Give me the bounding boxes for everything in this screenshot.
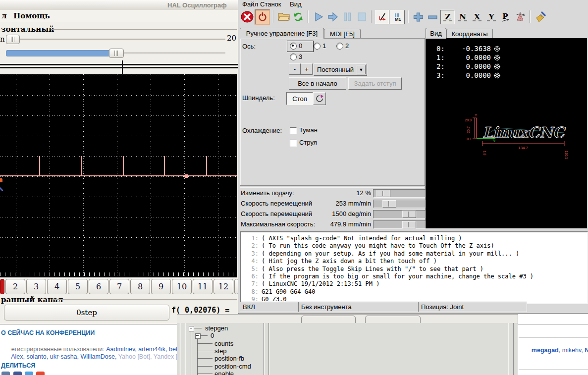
scrollbar-groove[interactable] bbox=[185, 323, 185, 375]
record-position-marker[interactable] bbox=[122, 60, 123, 74]
channel-button-1-partial[interactable] bbox=[0, 279, 4, 294]
max-speed-slider[interactable] bbox=[373, 220, 426, 229]
user-link[interactable]: Night bbox=[585, 347, 588, 354]
channel-button-5[interactable]: 5 bbox=[68, 279, 88, 294]
view-y-button[interactable]: Y bbox=[484, 10, 498, 24]
pane-divider[interactable] bbox=[264, 323, 264, 375]
channel-button-8[interactable]: 8 bbox=[130, 279, 150, 294]
channel-button-4[interactable]: 4 bbox=[47, 279, 67, 294]
tab-preview[interactable]: Вид bbox=[426, 28, 446, 39]
selected-channel-button[interactable]: 0step bbox=[4, 305, 169, 321]
angular-speed-thumb[interactable] bbox=[402, 211, 416, 218]
channel-button-6[interactable]: 6 bbox=[89, 279, 108, 294]
gcode-line[interactable]: 7:( LinuxCNC 19/1/2012 2:13:51 PM ) bbox=[241, 280, 587, 288]
view-perspective-button[interactable]: P bbox=[499, 10, 512, 24]
channel-button-2[interactable]: 2 bbox=[5, 279, 25, 294]
menu-help[interactable]: Помощь bbox=[13, 11, 50, 20]
tree-expander[interactable] bbox=[195, 333, 201, 339]
jog-speed-thumb[interactable] bbox=[382, 200, 396, 208]
skip-lines-button[interactable] bbox=[375, 10, 389, 24]
pane-divider[interactable] bbox=[268, 323, 269, 375]
scrollbar-groove[interactable] bbox=[180, 323, 180, 375]
optional-pause-button[interactable]: M1 bbox=[390, 10, 405, 24]
preview-canvas[interactable]: 0:-0.3638 1:0.0000 2:0.0000 3:0.0000 Y bbox=[426, 38, 587, 228]
pane-divider[interactable] bbox=[508, 323, 508, 375]
tab-manual-control[interactable]: Ручное управление [F3] bbox=[240, 28, 324, 39]
halscope-titlebar[interactable]: HAL Осциллограф bbox=[0, 0, 238, 10]
user-link[interactable]: , mikehv, bbox=[559, 347, 585, 354]
user-link[interactable]: Alex, bbox=[11, 353, 26, 360]
scope-display[interactable] bbox=[0, 74, 237, 277]
menu-file-partial[interactable]: л bbox=[1, 11, 7, 20]
tree-pin-position-fb[interactable]: position-fb bbox=[214, 355, 244, 362]
bot-link[interactable]: Yahoo [Bot], bbox=[118, 353, 154, 360]
rotate-view-button[interactable] bbox=[513, 10, 527, 24]
axis-radio-3[interactable] bbox=[290, 54, 297, 60]
view-z-rotated-button[interactable]: N bbox=[456, 10, 469, 24]
machine-power-button[interactable] bbox=[255, 9, 270, 25]
run-button[interactable] bbox=[312, 10, 325, 24]
home-all-button[interactable]: Все в начало bbox=[289, 77, 346, 90]
estop-button[interactable] bbox=[240, 10, 254, 24]
channel-button-9[interactable]: 9 bbox=[151, 279, 171, 294]
tree-pin-position-cmd[interactable]: position-cmd bbox=[214, 363, 251, 370]
jog-speed-slider[interactable] bbox=[373, 200, 426, 208]
angular-speed-slider[interactable] bbox=[373, 210, 426, 218]
reload-button[interactable] bbox=[291, 10, 305, 24]
zoom-in-button[interactable] bbox=[412, 10, 425, 24]
zoom-slider-thumb[interactable] bbox=[6, 35, 20, 44]
feed-override-slider[interactable] bbox=[373, 189, 426, 198]
flood-checkbox[interactable] bbox=[290, 140, 297, 147]
pos-slider-track[interactable] bbox=[124, 53, 225, 54]
tree-pin-step[interactable]: step bbox=[214, 347, 227, 355]
yandex-share-icon[interactable] bbox=[36, 372, 45, 375]
axis-radio-0[interactable] bbox=[290, 43, 297, 50]
jog-minus-button[interactable]: - bbox=[289, 63, 301, 75]
gcode-line[interactable]: 2:( To run this code anyway you might ha… bbox=[241, 242, 587, 250]
open-file-button[interactable] bbox=[277, 10, 290, 24]
channel-button-12[interactable]: 12 bbox=[214, 279, 233, 294]
tree-pin-enable[interactable]: enable bbox=[214, 370, 234, 375]
gcode-line[interactable]: 3:( depending on your setup. As if you h… bbox=[241, 250, 587, 258]
gcode-listing[interactable]: 1:( AXIS "splash g-code" Not intended fo… bbox=[240, 231, 588, 304]
menu-machine[interactable]: Станок bbox=[258, 0, 283, 8]
axis-radio-1[interactable] bbox=[314, 43, 321, 50]
pause-button[interactable] bbox=[340, 10, 354, 24]
tab-mdi[interactable]: MDI [F5] bbox=[324, 29, 361, 39]
tree-expander[interactable] bbox=[189, 326, 194, 331]
gcode-line[interactable]: 8:G21 G90 G64 G40 bbox=[241, 288, 587, 296]
stop-button[interactable] bbox=[355, 10, 368, 24]
tree-pin-counts[interactable]: counts bbox=[214, 340, 233, 347]
zoom-slider-track[interactable] bbox=[19, 39, 225, 40]
jog-plus-button[interactable]: + bbox=[301, 63, 313, 75]
gcode-line[interactable]: 4:( Hint jog the Z axis down a bit then … bbox=[241, 258, 587, 265]
user-link[interactable]: WilliamDose, bbox=[81, 353, 118, 360]
menu-view[interactable]: Вид bbox=[288, 0, 304, 8]
feed-override-thumb[interactable] bbox=[376, 190, 390, 197]
view-x-button[interactable]: X bbox=[470, 10, 483, 24]
tab-dro[interactable]: Координаты bbox=[446, 29, 493, 39]
zoom-out-button[interactable] bbox=[426, 10, 439, 24]
channel-button-10[interactable]: 10 bbox=[172, 279, 192, 294]
clear-plot-button[interactable] bbox=[534, 10, 547, 24]
gcode-line[interactable]: 5:( Also press the Toggle Skip Lines wit… bbox=[241, 266, 587, 273]
user-link[interactable]: solanto, bbox=[26, 353, 50, 360]
user-link[interactable]: ukr-sasha, bbox=[50, 353, 81, 360]
gcode-line[interactable]: 6:( If the program is too big or small f… bbox=[241, 273, 587, 280]
view-z-button[interactable]: Z bbox=[440, 10, 455, 24]
twitter-share-icon[interactable] bbox=[25, 372, 33, 375]
spindle-stop-button[interactable]: Стоп bbox=[286, 92, 313, 105]
axis-radio-2[interactable] bbox=[336, 43, 343, 50]
channel-button-11[interactable]: 11 bbox=[193, 279, 213, 294]
max-speed-thumb[interactable] bbox=[402, 221, 416, 228]
spindle-direction-button[interactable] bbox=[313, 92, 326, 105]
tree-node-stepgen[interactable]: stepgen bbox=[205, 324, 228, 332]
mist-checkbox[interactable] bbox=[290, 127, 297, 134]
channel-button-7[interactable]: 7 bbox=[109, 279, 129, 294]
menu-file[interactable]: Файл bbox=[240, 0, 260, 8]
gcode-line[interactable]: 1:( AXIS "splash g-code" Not intended fo… bbox=[241, 235, 587, 242]
channel-button-3[interactable]: 3 bbox=[26, 279, 46, 294]
facebook-share-icon[interactable] bbox=[13, 372, 22, 375]
pos-slider-thumb[interactable] bbox=[109, 49, 124, 58]
vk-share-icon[interactable] bbox=[1, 372, 10, 375]
